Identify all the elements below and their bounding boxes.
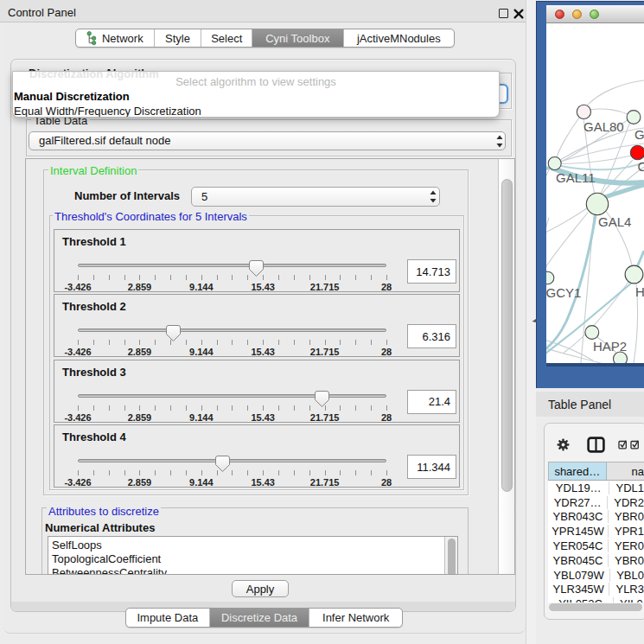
svg-text:GCY1: GCY1 xyxy=(546,285,581,300)
svg-text:GA: GA xyxy=(634,127,644,142)
svg-text:GAL80: GAL80 xyxy=(583,119,624,134)
svg-text:GAL11: GAL11 xyxy=(556,170,596,185)
svg-text:HAP2: HAP2 xyxy=(593,339,627,354)
svg-text:GAL4: GAL4 xyxy=(598,214,631,229)
svg-text:H: H xyxy=(635,284,644,299)
svg-text:C: C xyxy=(638,159,644,174)
